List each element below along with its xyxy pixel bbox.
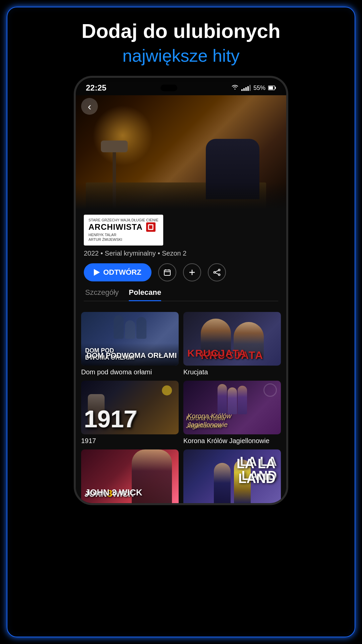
list-item-dom[interactable]: DOM PODDWOMA ORŁAMI Dom pod dwoma orłami	[81, 312, 179, 376]
header-title: Dodaj do ulubionych	[13, 20, 349, 42]
archiwista-icon	[146, 222, 156, 232]
tab-polecane[interactable]: Polecane	[129, 288, 161, 301]
johnwick-title-text: JOHN3WICK	[84, 488, 134, 499]
korona-label: Korona Królów Jagiellonowie	[183, 437, 281, 445]
recommended-grid: DOM PODDWOMA ORŁAMI Dom pod dwoma orłami…	[76, 307, 286, 503]
1917-title-text: 1917	[84, 407, 137, 431]
add-button[interactable]	[183, 263, 201, 281]
list-item-korona[interactable]: Korona KrólówJagiellonowie Korona Królów…	[183, 381, 281, 445]
grid-row-2: 1917 1917 Korona KrólówJ	[81, 381, 281, 445]
movie-tagline: STARE GRZECHY MAJĄ DŁUGIE CIENIE	[88, 218, 159, 222]
dom-figures	[114, 315, 146, 339]
lamp-glow	[93, 105, 153, 166]
korona-title-text: Korona KrólówJagiellonowie	[186, 415, 278, 430]
share-button[interactable]	[208, 263, 226, 281]
moon-1917	[162, 385, 172, 395]
content-tabs: Szczegóły Polecane	[84, 288, 278, 301]
grid-row-3: JOHN3WICK LA LALAND	[81, 449, 281, 503]
krucjata-title-overlay: KRUCJATA	[187, 349, 278, 362]
svg-rect-3	[164, 270, 170, 275]
list-item-laland[interactable]: LA LALAND	[183, 449, 281, 503]
thumb-la-la-land: LA LALAND	[183, 449, 281, 503]
thumb-dom-pod: DOM PODDWOMA ORŁAMI	[81, 312, 179, 366]
grid-row-1: DOM PODDWOMA ORŁAMI Dom pod dwoma orłami…	[81, 312, 281, 376]
korona-figures	[218, 384, 247, 414]
svg-point-10	[218, 274, 220, 275]
svg-point-11	[214, 271, 215, 273]
hero-fade	[76, 182, 286, 209]
movie-logo-box: STARE GRZECHY MAJĄ DŁUGIE CIENIE ARCHIWI…	[84, 215, 163, 246]
share-icon	[213, 269, 221, 276]
dom-title-text: DOM PODDWOMA ORŁAMI	[85, 347, 175, 362]
1917-label: 1917	[81, 437, 179, 445]
battery-percent: 55%	[253, 85, 265, 92]
calendar-icon	[164, 269, 171, 276]
status-notch	[161, 85, 177, 91]
movie-info-section: STARE GRZECHY MAJĄ DŁUGIE CIENIE ARCHIWI…	[76, 209, 286, 307]
scroll-indicator	[286, 277, 288, 304]
list-item-1917[interactable]: 1917 1917	[81, 381, 179, 445]
korona-title-overlay: Korona KrólówJagiellonowie	[186, 415, 278, 430]
soldier-1917	[88, 394, 105, 428]
svg-rect-1	[275, 87, 276, 89]
hero-image	[76, 95, 286, 209]
movie-title-logo: ARCHIWISTA	[88, 223, 143, 231]
movie-authors: HENRYK TALARARTUR ŻMIJEWSKI	[88, 232, 159, 242]
play-icon	[94, 269, 100, 276]
plus-icon	[188, 269, 196, 276]
action-buttons: ODTWÓRZ	[84, 263, 278, 281]
dom-label: Dom pod dwoma orłami	[81, 368, 179, 376]
add-to-list-button[interactable]	[158, 263, 176, 281]
dom-title-overlay: DOM PODDWOMA ORŁAMI	[81, 343, 179, 366]
thumb-krucjata: KRUCJATA	[183, 312, 281, 366]
tab-szczegoly[interactable]: Szczegóły	[85, 288, 119, 301]
thumb-korona-krolow: Korona KrólówJagiellonowie	[183, 381, 281, 434]
list-item-johnwick[interactable]: JOHN3WICK	[81, 449, 179, 503]
svg-rect-2	[268, 87, 273, 90]
krucjata-title-text: KRUCJATA	[187, 349, 278, 362]
battery-icon	[268, 86, 276, 90]
phone-mockup: 22:25 55%	[74, 76, 288, 505]
laland-title-text: LA LALAND	[240, 455, 277, 483]
status-bar: 22:25 55%	[76, 78, 286, 95]
rose-window	[263, 383, 277, 397]
status-time: 22:25	[86, 83, 106, 93]
johnwick-figure	[132, 449, 172, 503]
laland-title-overlay: LA LALAND	[240, 455, 277, 483]
movie-meta: 2022 • Serial kryminalny • Sezon 2	[84, 250, 278, 257]
krucjata-label: Krucjata	[183, 368, 281, 376]
wifi-icon	[231, 85, 239, 92]
signal-bars-icon	[241, 85, 251, 91]
header-subtitle: największe hity	[13, 46, 349, 66]
list-item-krucjata[interactable]: KRUCJATA Krucjata	[183, 312, 281, 376]
play-button-label: ODTWÓRZ	[103, 268, 141, 277]
lamp-head	[101, 141, 128, 152]
play-button[interactable]: ODTWÓRZ	[84, 263, 152, 281]
svg-point-9	[218, 269, 220, 271]
1917-title-overlay: 1917	[84, 407, 137, 431]
header-section: Dodaj do ulubionych największe hity	[0, 0, 362, 76]
svg-line-13	[215, 273, 218, 274]
status-icons-group: 55%	[231, 85, 276, 92]
thumb-john-wick: JOHN3WICK	[81, 449, 179, 503]
johnwick-title-overlay: JOHN3WICK	[84, 488, 134, 499]
svg-line-12	[215, 270, 218, 272]
thumb-1917: 1917	[81, 381, 179, 434]
laland-couple	[214, 460, 251, 503]
back-button[interactable]	[81, 98, 98, 115]
